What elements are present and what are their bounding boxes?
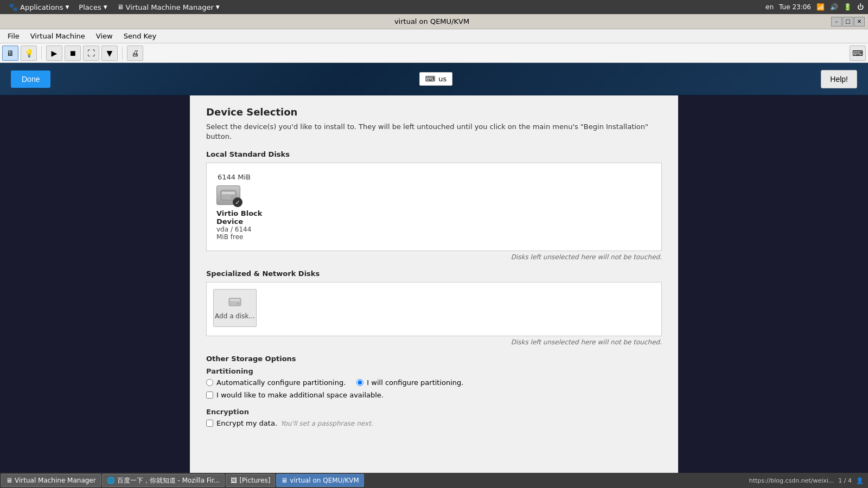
menu-file[interactable]: File — [2, 30, 25, 42]
manual-partition-label: I will configure partitioning. — [367, 378, 463, 387]
additional-space-label: I would like to make additional space av… — [216, 391, 384, 399]
main-window: virtual on QEMU/KVM – □ ✕ File Virtual M… — [0, 14, 868, 488]
encryption-label: Encryption — [206, 408, 662, 416]
toolbar-screenshot[interactable]: 🖨 — [127, 46, 143, 61]
done-button[interactable]: Done — [11, 70, 50, 88]
taskbar-pictures-label: [Pictures] — [239, 477, 270, 484]
auto-partition-label: Automatically configure partitioning. — [216, 378, 346, 387]
close-button[interactable]: ✕ — [854, 17, 865, 27]
manual-partition-radio[interactable] — [356, 379, 363, 386]
add-disk-icon — [228, 297, 241, 310]
taskbar-item-kvm[interactable]: 🖥 virtual on QEMU/KVM — [276, 474, 364, 487]
partitioning-label: Partitioning — [206, 367, 662, 375]
toolbar-run[interactable]: ▶ — [46, 46, 62, 61]
menu-virtual-machine[interactable]: Virtual Machine — [25, 30, 91, 42]
encrypt-option[interactable]: Encrypt my data. You'll set a passphrase… — [206, 419, 662, 427]
keyboard-icon: ⌨ — [425, 75, 436, 83]
specialized-disk-hint: Disks left unselected here will not be t… — [206, 338, 662, 346]
manual-partition-option[interactable]: I will configure partitioning. — [356, 378, 463, 387]
auto-partition-option[interactable]: Automatically configure partitioning. — [206, 378, 346, 387]
svg-point-3 — [232, 197, 234, 198]
disk-name: Virtio Block Device — [216, 209, 264, 226]
applications-menu[interactable]: 🐾 Applications ▼ — [4, 2, 73, 12]
additional-space-option[interactable]: I would like to make additional space av… — [206, 391, 662, 399]
local-disk-hint: Disks left unselected here will not be t… — [206, 253, 662, 261]
taskbar-pictures-icon: 🖼 — [231, 477, 237, 484]
encrypt-note: You'll set a passphrase next. — [280, 420, 373, 427]
auto-partition-radio[interactable] — [206, 379, 213, 386]
system-bar-right: en Tue 23:06 📶 🔊 🔋 ⏻ — [765, 3, 864, 11]
page-description: Select the device(s) you'd like to insta… — [206, 122, 662, 142]
toolbar: 🖥 💡 ▶ ⏹ ⛶ ▼ 🖨 ⌨ — [0, 43, 868, 63]
taskbar-item-pictures[interactable]: 🖼 [Pictures] — [226, 474, 275, 487]
battery-icon: 🔋 — [844, 3, 852, 11]
other-storage-section: Other Storage Options Partitioning Autom… — [206, 355, 662, 427]
taskbar-vmm-icon: 🖥 — [6, 477, 12, 484]
menu-send-key[interactable]: Send Key — [118, 30, 162, 42]
page-title: Device Selection — [206, 106, 662, 118]
disk-icon-wrap: ✓ — [216, 185, 242, 207]
toolbar-separator-2 — [122, 47, 123, 60]
taskbar-user-icon: 👤 — [856, 477, 864, 484]
places-menu[interactable]: Places ▼ — [74, 2, 111, 12]
taskbar-item-vmm[interactable]: 🖥 Virtual Machine Manager — [1, 474, 101, 487]
taskbar-kvm-label: virtual on QEMU/KVM — [290, 477, 359, 484]
encrypt-checkbox[interactable] — [206, 420, 213, 427]
disk-detail: vda / 6144 MiB free — [216, 226, 264, 241]
taskbar-url: https://blog.csdn.net/weixi... — [749, 477, 834, 484]
window-controls: – □ ✕ — [831, 17, 865, 27]
help-button[interactable]: Help! — [821, 70, 857, 88]
vmm-label: Virtual Machine Manager — [126, 3, 214, 11]
keyboard-indicator[interactable]: ⌨ us — [419, 72, 453, 86]
add-disk-button[interactable]: Add a disk... — [213, 289, 257, 327]
add-disk-label: Add a disk... — [215, 312, 255, 320]
svg-point-6 — [237, 303, 239, 305]
taskbar-page-counter: 1 / 4 — [838, 477, 852, 484]
time-display: Tue 23:06 — [779, 3, 811, 11]
encrypt-label: Encrypt my data. — [216, 419, 277, 427]
power-icon[interactable]: ⏻ — [857, 3, 864, 11]
specialized-disks-label: Specialized & Network Disks — [206, 269, 662, 278]
additional-space-checkbox[interactable] — [206, 391, 213, 399]
taskbar-firefox-icon: 🌐 — [107, 477, 115, 484]
disk-size: 6144 MiB — [218, 173, 251, 181]
window-titlebar: virtual on QEMU/KVM – □ ✕ — [0, 14, 868, 29]
toolbar-separator-1 — [41, 47, 42, 60]
menu-view[interactable]: View — [91, 30, 118, 42]
taskbar-firefox-label: 百度一下，你就知道 - Mozilla Fir... — [117, 476, 220, 485]
toolbar-keyboard-grab[interactable]: ⌨ — [850, 46, 866, 61]
menubar: File Virtual Machine View Send Key — [0, 29, 868, 43]
taskbar: 🖥 Virtual Machine Manager 🌐 百度一下，你就知道 - … — [0, 473, 868, 488]
svg-rect-5 — [230, 299, 240, 301]
toolbar-pause[interactable]: ⏹ — [65, 46, 81, 61]
toolbar-details[interactable]: 💡 — [21, 46, 37, 61]
applications-label: Applications — [20, 3, 63, 11]
taskbar-right: https://blog.csdn.net/weixi... 1 / 4 👤 — [745, 473, 868, 488]
toolbar-screen[interactable]: 🖥 — [2, 46, 18, 61]
system-bar-left: 🐾 Applications ▼ Places ▼ 🖥 Virtual Mach… — [4, 2, 224, 12]
minimize-button[interactable]: – — [831, 17, 842, 27]
taskbar-vmm-label: Virtual Machine Manager — [15, 477, 96, 484]
sound-icon: 🔊 — [830, 3, 838, 11]
maximize-button[interactable]: □ — [843, 17, 853, 27]
specialized-disks-area: Add a disk... — [206, 282, 662, 336]
taskbar-item-firefox[interactable]: 🌐 百度一下，你就知道 - Mozilla Fir... — [102, 474, 225, 487]
installer-content: Device Selection Select the device(s) yo… — [190, 95, 678, 473]
svg-rect-1 — [222, 192, 235, 194]
disk-item-vda[interactable]: 6144 MiB ✓ Virtio — [213, 170, 267, 244]
disk-selected-checkmark: ✓ — [233, 197, 242, 207]
local-disks-area: 6144 MiB ✓ Virtio — [206, 163, 662, 251]
lang-indicator[interactable]: en — [765, 3, 774, 11]
keyboard-lang: us — [438, 75, 446, 83]
toolbar-fullscreen[interactable]: ⛶ — [83, 46, 99, 61]
vmm-menu[interactable]: 🖥 Virtual Machine Manager ▼ — [113, 2, 224, 12]
local-disks-label: Local Standard Disks — [206, 150, 662, 158]
wifi-icon: 📶 — [816, 3, 825, 11]
places-label: Places — [79, 3, 101, 11]
toolbar-dropdown[interactable]: ▼ — [101, 46, 118, 61]
main-area: Done ⌨ us Help! Device Selection Select … — [0, 63, 868, 488]
system-bar: 🐾 Applications ▼ Places ▼ 🖥 Virtual Mach… — [0, 0, 868, 14]
window-title: virtual on QEMU/KVM — [33, 17, 831, 25]
taskbar-kvm-icon: 🖥 — [281, 477, 288, 484]
partitioning-radio-group: Automatically configure partitioning. I … — [206, 378, 662, 387]
